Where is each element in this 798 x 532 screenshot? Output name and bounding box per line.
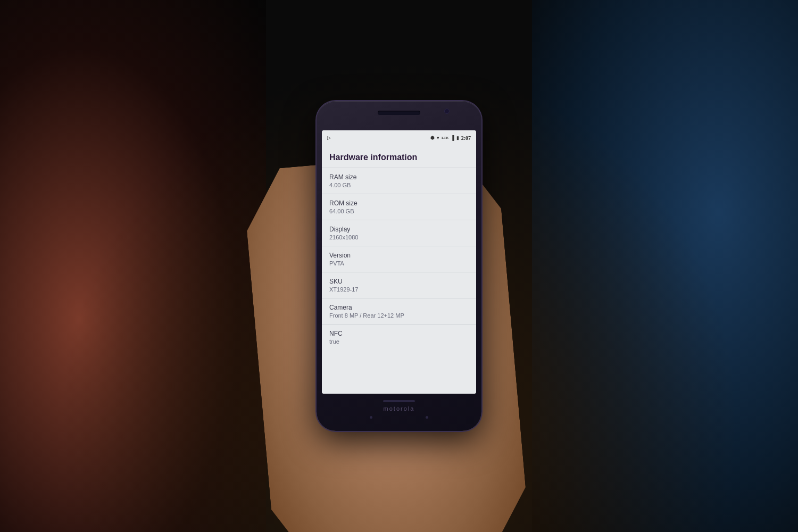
info-label-version: Version — [329, 252, 469, 259]
bottom-speakers — [370, 416, 428, 419]
bluetooth-icon: ⬢ — [430, 135, 435, 140]
lte-icon: LTE — [442, 136, 448, 140]
front-camera — [444, 109, 450, 114]
info-value-nfc: true — [329, 338, 469, 345]
bottom-bezel: motorola — [317, 394, 481, 431]
info-value-rom: 64.00 GB — [329, 208, 469, 214]
info-value-version: PVTA — [329, 260, 469, 267]
status-time: 2:07 — [461, 135, 471, 141]
phone-body: ▷ ⬢ ▾ LTE ▐ ▮ 2:07 Hardware information … — [317, 101, 481, 431]
info-item-display: Display 2160x1080 — [322, 220, 476, 246]
info-value-ram: 4.00 GB — [329, 182, 469, 188]
info-label-sku: SKU — [329, 278, 469, 285]
wifi-icon: ▾ — [437, 135, 439, 140]
bottom-dot-right — [426, 416, 428, 419]
app-content[interactable]: Hardware information RAM size 4.00 GB RO… — [322, 145, 476, 394]
status-bar: ▷ ⬢ ▾ LTE ▐ ▮ 2:07 — [322, 130, 476, 145]
info-item-rom: ROM size 64.00 GB — [322, 194, 476, 220]
info-item-camera: Camera Front 8 MP / Rear 12+12 MP — [322, 298, 476, 325]
top-bezel — [317, 101, 481, 130]
info-item-nfc: NFC true — [322, 325, 476, 350]
motorola-logo: motorola — [384, 405, 415, 412]
play-icon: ▷ — [327, 135, 331, 140]
info-label-rom: ROM size — [329, 200, 469, 207]
signal-icon: ▐ — [451, 135, 454, 140]
app-title: Hardware information — [322, 145, 476, 168]
info-value-sku: XT1929-17 — [329, 286, 469, 293]
info-label-camera: Camera — [329, 304, 469, 311]
info-item-ram: RAM size 4.00 GB — [322, 168, 476, 194]
info-value-display: 2160x1080 — [329, 234, 469, 240]
info-item-version: Version PVTA — [322, 246, 476, 272]
info-label-ram: RAM size — [329, 173, 469, 181]
phone-wrapper: ▷ ⬢ ▾ LTE ▐ ▮ 2:07 Hardware information … — [317, 101, 481, 431]
battery-icon: ▮ — [456, 135, 459, 140]
status-right: ⬢ ▾ LTE ▐ ▮ 2:07 — [430, 135, 471, 141]
home-bar[interactable] — [383, 400, 415, 402]
phone-screen: ▷ ⬢ ▾ LTE ▐ ▮ 2:07 Hardware information … — [322, 130, 476, 394]
info-value-camera: Front 8 MP / Rear 12+12 MP — [329, 312, 469, 319]
info-item-sku: SKU XT1929-17 — [322, 272, 476, 298]
info-label-display: Display — [329, 226, 469, 233]
earpiece-speaker — [378, 111, 420, 115]
info-label-nfc: NFC — [329, 330, 469, 337]
status-left: ▷ — [327, 135, 331, 140]
bottom-dot-left — [370, 416, 372, 419]
